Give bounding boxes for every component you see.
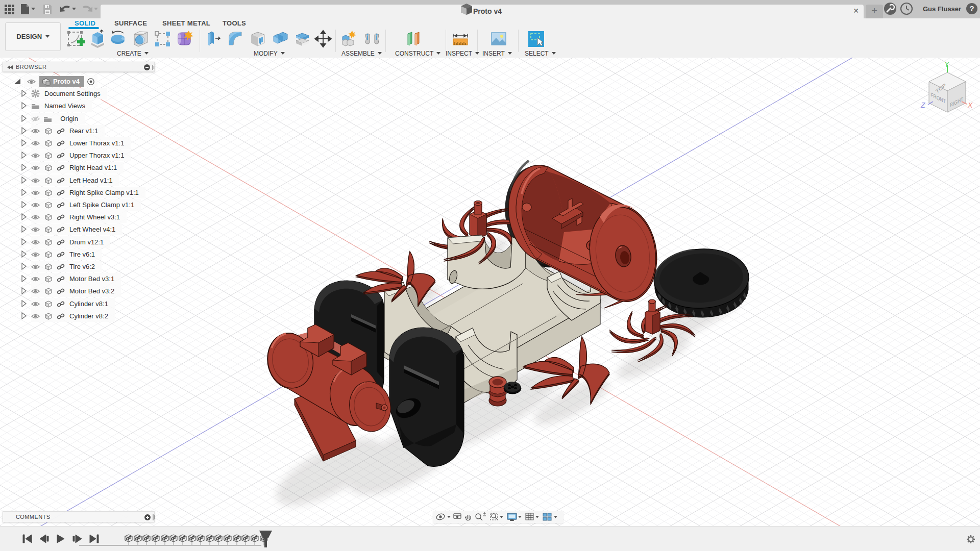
svg-text:X: X — [967, 101, 973, 109]
svg-text:?: ? — [969, 4, 974, 13]
svg-text:Z: Z — [920, 101, 925, 109]
